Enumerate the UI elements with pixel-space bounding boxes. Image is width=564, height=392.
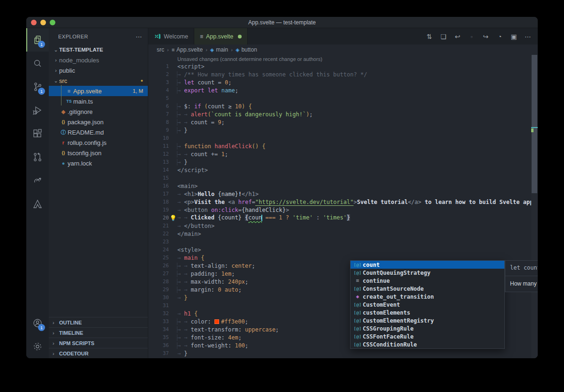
panel-timeline[interactable]: ›TIMELINE [49, 327, 148, 338]
code-line-14[interactable]: 14</script> [148, 166, 538, 174]
suggest-item-customElements[interactable]: [@]customElements [351, 309, 504, 317]
suggest-item-CountQueuingStrategy[interactable]: [@]CountQueuingStrategy [351, 269, 504, 277]
code-line-11[interactable]: 11→function handleClick() { [148, 142, 538, 150]
activity-item-explorer[interactable]: 1 [26, 28, 49, 52]
breadcrumb-item-main[interactable]: ◈main [210, 46, 228, 53]
suggest-item-CustomElementRegistry[interactable]: [@]CustomElementRegistry [351, 317, 504, 324]
code-line-22[interactable]: 22</main> [148, 230, 538, 238]
suggest-item-CSSFontFaceRule[interactable]: [@]CSSFontFaceRule [351, 332, 504, 340]
code-line-7[interactable]: 7→→alert(`count is dangerously high!`); [148, 110, 538, 118]
tree-folder-public[interactable]: ›public [49, 65, 148, 75]
file-label: .gitignore [68, 108, 92, 115]
code-line-24[interactable]: 24<style> [148, 246, 538, 254]
activity-item-github-pull-requests[interactable] [26, 145, 49, 169]
panel-outline[interactable]: ›OUTLINE [49, 317, 148, 327]
code-line-19[interactable]: 19→<button on:click={handleClick}> [148, 206, 538, 214]
code-line-10[interactable]: 10 [148, 134, 538, 142]
activity-item-settings[interactable] [26, 335, 49, 358]
lightbulb-icon[interactable]: 💡 [170, 215, 177, 221]
split-editor-icon[interactable]: ▣ [508, 30, 520, 43]
go-to-icon[interactable]: ◦ [465, 30, 478, 43]
line-number: 14 [148, 167, 169, 173]
codetour-record-icon[interactable]: ◔ [494, 30, 506, 43]
tree-file-yarn-lock[interactable]: ●yarn.lock [49, 158, 148, 168]
code-line-15[interactable]: 15 [148, 174, 538, 182]
tree-file-rollup-config-js[interactable]: rrollup.config.js [49, 137, 148, 148]
suggest-item-CSSGroupingRule[interactable]: [@]CSSGroupingRule [351, 324, 504, 332]
open-changes-icon[interactable]: ⇅ [423, 30, 435, 43]
code-line-16[interactable]: 16<main> [148, 182, 538, 190]
tree-file-tsconfig-json[interactable]: {}tsconfig.json [49, 148, 148, 158]
tree-file--gitignore[interactable]: ◆.gitignore [49, 106, 148, 117]
code-line-18[interactable]: 18→<p>Visit the <a href="https://svelte.… [148, 198, 538, 206]
more-actions-icon[interactable]: ⋯ [522, 30, 534, 43]
tab-app-svelte[interactable]: ≡App.svelte [194, 28, 248, 45]
activity-item-azure[interactable] [26, 192, 49, 216]
tree-root-test-template[interactable]: ⌄TEST-TEMPLATE [49, 45, 148, 55]
json-file-icon: {} [59, 120, 68, 124]
suggest-item-CustomEvent[interactable]: [@]CustomEvent [351, 301, 504, 309]
code-line-3[interactable]: 3→let count = 0; [148, 78, 538, 86]
go-forward-icon[interactable]: ↪ [480, 30, 492, 43]
breadcrumb-item-app-svelte[interactable]: ≡App.svelte [172, 46, 203, 53]
code-line-20[interactable]: 20💡→→Clicked {count} {coun === 1 ? 'time… [148, 214, 538, 222]
file-label: rollup.config.js [68, 139, 107, 146]
code-line-6[interactable]: 6→$: if (count ≥ 10) { [148, 102, 538, 110]
activity-item-accounts[interactable]: 1 [26, 311, 49, 335]
editor-surface[interactable]: Unsaved changes (cannot determine recent… [148, 55, 538, 358]
search-icon [32, 58, 43, 69]
code-text: →→Clicked {count} {coun === 1 ? 'time' :… [177, 214, 350, 221]
code-line-21[interactable]: 21→</button> [148, 222, 538, 230]
code-line-5[interactable]: 5 [148, 94, 538, 102]
symbol-icon: ◈ [236, 47, 239, 53]
suggest-item-ConstantSourceNode[interactable]: [@]ConstantSourceNode [351, 285, 504, 293]
tree-folder-node_modules[interactable]: ›node_modules [49, 55, 148, 65]
go-back-icon[interactable]: ↩ [451, 30, 464, 43]
minimize-window-button[interactable] [40, 20, 46, 25]
tree-file-package-json[interactable]: {}package.json [49, 117, 148, 127]
suggest-item-continue[interactable]: ≡continue [351, 277, 504, 285]
code-line-8[interactable]: 8→→count = 9; [148, 118, 538, 126]
activity-item-run-debug[interactable] [26, 98, 49, 122]
suggest-item-count[interactable]: [@]count [351, 261, 504, 269]
tab-welcome[interactable]: Welcome [148, 28, 194, 45]
line-number: 36 [148, 342, 169, 348]
tree-file-App-svelte[interactable]: ≡App.svelte1, M [49, 86, 148, 96]
code-line-12[interactable]: 12→→count += 1; [148, 150, 538, 158]
folder-modified-dot: ● [141, 78, 143, 83]
color-swatch[interactable] [214, 319, 219, 324]
activity-item-live-share[interactable] [26, 169, 49, 192]
scrollbar[interactable] [531, 55, 538, 358]
code-line-9[interactable]: 9→} [148, 126, 538, 134]
extensions-icon [32, 128, 43, 139]
code-line-2[interactable]: 2→/** How many times has someone clicked… [148, 70, 538, 78]
suggest-item-create_out_transition[interactable]: ◈create_out_transition [351, 293, 504, 301]
code-line-37[interactable]: 37→} [148, 349, 538, 357]
panel-npm-scripts[interactable]: ›NPM SCRIPTS [49, 338, 148, 348]
suggest-label: CSSFontFaceRule [363, 333, 413, 340]
tree-folder-src[interactable]: ⌄src● [49, 75, 148, 86]
title-bar[interactable]: App.svelte — test-template [26, 17, 538, 28]
line-number: 20 [148, 215, 169, 221]
activity-item-search[interactable] [26, 52, 49, 75]
tree-file-main-ts[interactable]: TSmain.ts [49, 96, 148, 106]
code-line-17[interactable]: 17→<h1>Hello {name}!</h1> [148, 190, 538, 198]
file-label: tsconfig.json [68, 150, 101, 157]
symbol-icon: ≡ [172, 47, 175, 53]
breadcrumb-item-button[interactable]: ◈button [236, 46, 257, 53]
suggest-item-CSSConditionRule[interactable]: [@]CSSConditionRule [351, 340, 504, 348]
panel-codetour[interactable]: ›CODETOUR [49, 348, 148, 358]
explorer-more-actions-icon[interactable]: ⋯ [136, 33, 142, 40]
code-line-4[interactable]: 4→export let name; [148, 86, 538, 94]
maximize-window-button[interactable] [50, 20, 55, 25]
open-preview-icon[interactable]: ❏ [437, 30, 450, 43]
tree-file-README-md[interactable]: ⓘREADME.md [49, 127, 148, 137]
code-line-1[interactable]: 1<script> [148, 62, 538, 70]
breadcrumb-item-src[interactable]: src [157, 46, 164, 53]
activity-item-source-control[interactable]: 1 [26, 75, 49, 98]
code-line-13[interactable]: 13→} [148, 158, 538, 166]
code-line-23[interactable]: 23 [148, 238, 538, 246]
scrollbar-thumb[interactable] [532, 55, 537, 193]
close-window-button[interactable] [31, 20, 37, 25]
activity-item-extensions[interactable] [26, 122, 49, 145]
